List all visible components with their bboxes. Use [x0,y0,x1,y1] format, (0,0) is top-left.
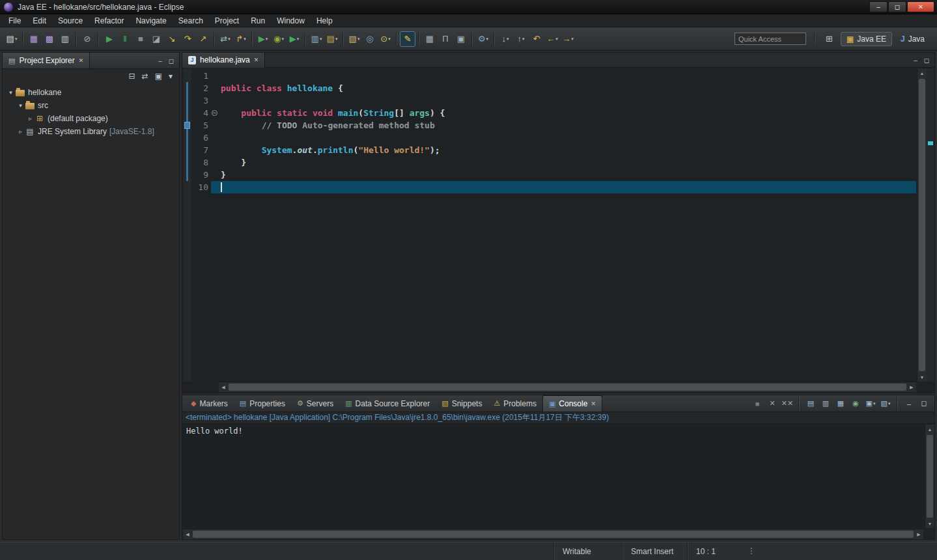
save-button[interactable]: ▦ [26,31,42,47]
step-into-button[interactable]: ↘ [164,31,180,47]
web-service-button[interactable]: ⚙▾ [475,31,491,47]
perspective-java-button[interactable]: JJava [895,32,930,46]
resume-button[interactable]: ▶ [102,31,117,47]
scroll-left-icon[interactable]: ◀ [219,382,228,392]
use-step-filters-button[interactable]: ↱▾ [233,31,249,47]
code-line[interactable]: 8 } [183,156,916,169]
scroll-lock-button[interactable]: ▥ [819,397,832,410]
code-area[interactable]: 12public class hellokane {34− public sta… [183,68,916,382]
scroll-down-icon[interactable]: ▼ [925,519,934,528]
perspective-java-ee-button[interactable]: ▣Java EE [841,32,892,46]
previous-annotation-button[interactable]: ↑▾ [513,31,529,47]
data-source-button[interactable]: ▤▾ [324,31,340,47]
remove-launch-button[interactable]: ✕ [766,397,779,410]
tab-console[interactable]: ▣Console✕ [542,395,602,412]
link-with-editor-button[interactable]: ⇄ [142,72,148,81]
display-selected-console-button[interactable]: ▣▾ [864,397,877,410]
forward-button[interactable]: →▾ [560,31,576,47]
quick-access-input[interactable] [734,33,806,45]
pin-console-button[interactable]: ◉ [849,397,862,410]
skip-all-breakpoints-button[interactable]: ⊘ [79,31,95,47]
title-bar[interactable]: Java EE - hellokane/src/hellokane.java -… [0,0,937,14]
tree-item-hellokane[interactable]: ▾hellokane [3,86,179,99]
open-console-button[interactable]: ▧▾ [879,397,892,410]
scroll-up-icon[interactable]: ▲ [917,68,927,77]
close-window-button[interactable]: ✕ [907,1,934,12]
project-explorer-tab[interactable]: ▤ Project Explorer ✕ [3,53,90,68]
disconnect-button[interactable]: ◪ [148,31,164,47]
code-line[interactable]: 1 [183,70,916,82]
last-edit-location-button[interactable]: ↶ [529,31,544,47]
print-button[interactable]: ▥ [57,31,73,47]
vertical-scroll-thumb[interactable] [919,79,925,371]
tab-markers[interactable]: ◆Markers [185,395,234,412]
menu-window[interactable]: Window [271,15,311,27]
open-perspective-button[interactable]: ⊞ [823,34,835,44]
menu-search[interactable]: Search [173,15,209,27]
overview-ruler[interactable] [927,68,934,382]
tab-servers[interactable]: ⚙Servers [291,395,339,412]
code-line[interactable]: 4− public static void main(String[] args… [183,107,916,119]
code-line[interactable]: 5 // TODO Auto-generated method stub [183,119,916,132]
clear-console-button[interactable]: ▤ [804,397,817,410]
code-line[interactable]: 6 [183,132,916,144]
minimize-explorer-button[interactable]: – [158,57,162,64]
code-line[interactable]: 3 [183,94,916,107]
step-over-button[interactable]: ↷ [180,31,195,47]
menu-project[interactable]: Project [209,15,245,27]
tree-item-jre-system-library[interactable]: ▹▤JRE System Library[JavaSE-1.8] [3,125,179,138]
vertical-scroll-thumb[interactable] [927,435,933,518]
status-overflow-icon[interactable]: ⋮ [748,546,755,555]
show-selected-element-button[interactable]: ▦ [422,31,438,47]
tab-snippets[interactable]: ▧Snippets [436,395,488,412]
suspend-button[interactable]: ‖ [117,31,133,47]
external-tools-button[interactable]: ▶▾ [255,31,271,47]
horizontal-scroll-thumb[interactable] [229,384,906,391]
console-vertical-scrollbar[interactable]: ▲ ▼ [925,425,934,528]
debug-button[interactable]: ◉▾ [271,31,287,47]
menu-navigate[interactable]: Navigate [130,15,172,27]
collapse-toggle-icon[interactable]: − [212,110,217,116]
console-output[interactable]: Hello world! [183,425,923,528]
console-horizontal-scrollbar[interactable]: ◀ ▶ [183,529,923,539]
editor-horizontal-scrollbar[interactable]: ◀ ▶ [219,382,916,392]
back-button[interactable]: ←▾ [544,31,560,47]
terminate-button[interactable]: ■ [133,31,148,47]
collapse-all-button[interactable]: ⊟ [129,72,135,81]
new-button[interactable]: ▤▾ [4,31,20,47]
horizontal-scroll-thumb[interactable] [193,531,914,538]
terminate-launch-button[interactable]: ■ [751,397,764,410]
editor-body[interactable]: 12public class hellokane {34− public sta… [183,68,916,382]
code-line[interactable]: 2public class hellokane { [183,82,916,94]
menu-run[interactable]: Run [245,15,271,27]
new-server-button[interactable]: ▥▾ [309,31,324,47]
editor-tab-hellokane[interactable]: J hellokane.java ✕ [182,53,265,68]
tab-data-source-explorer[interactable]: ▥Data Source Explorer [339,395,436,412]
menu-source[interactable]: Source [52,15,89,27]
expand-arrow-icon[interactable]: ▹ [16,128,25,135]
scroll-left-icon[interactable]: ◀ [183,529,192,539]
tab-problems[interactable]: ⚠Problems [488,395,542,412]
expand-arrow-icon[interactable]: ▾ [16,102,25,109]
menu-edit[interactable]: Edit [27,15,52,27]
scroll-right-icon[interactable]: ▶ [907,382,916,392]
code-line[interactable]: 7 System.out.println("Hello world!"); [183,144,916,156]
web-browser-button[interactable]: ◎ [362,31,378,47]
close-editor-tab-icon[interactable]: ✕ [254,57,259,63]
scroll-right-icon[interactable]: ▶ [914,529,923,539]
java-ee-wizard-button[interactable]: ▧▾ [346,31,362,47]
expand-arrow-icon[interactable]: ▹ [26,115,35,122]
scroll-up-icon[interactable]: ▲ [925,425,934,434]
tree-item-src[interactable]: ▾src [3,99,179,112]
expand-arrow-icon[interactable]: ▾ [7,89,15,96]
search-button[interactable]: ⊙▾ [378,31,393,47]
occurrence-marker[interactable] [928,141,933,145]
code-line[interactable]: 9} [183,169,916,181]
close-tab-icon[interactable]: ✕ [591,400,596,407]
view-menu-button[interactable]: ▾ [169,72,173,81]
editor-vertical-scrollbar[interactable]: ▲ ▼ [917,68,927,382]
minimize-editor-button[interactable]: – [914,57,917,64]
scroll-down-icon[interactable]: ▼ [917,372,927,382]
save-all-button[interactable]: ▩ [42,31,57,47]
focus-on-active-task-button[interactable]: ▣ [155,72,162,81]
